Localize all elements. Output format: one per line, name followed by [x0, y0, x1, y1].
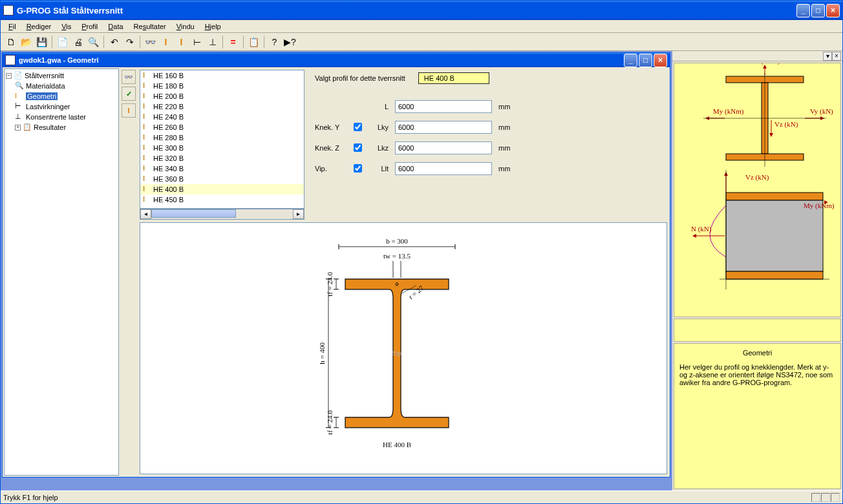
child-icon: [5, 55, 16, 65]
profile-button[interactable]: I: [122, 103, 136, 118]
tb-report[interactable]: 📋: [246, 35, 261, 49]
profile-item[interactable]: IHE 160 B: [140, 70, 304, 81]
length-input[interactable]: [395, 100, 492, 113]
profile-item[interactable]: IHE 360 B: [140, 174, 304, 184]
tb-redo[interactable]: ↷: [122, 35, 137, 49]
help-title: Geometri: [679, 349, 835, 357]
force-diagram-panel: Mz (kNm) My (kNm) Vy (kN) Vz (kN): [674, 63, 841, 317]
tree-item-materialdata[interactable]: 🔍 Materialdata: [15, 81, 117, 91]
menu-data[interactable]: Data: [103, 21, 128, 32]
minimize-button[interactable]: _: [796, 4, 810, 17]
label-n: N (kN): [691, 225, 712, 233]
tb-new[interactable]: 🗋: [3, 35, 18, 49]
view-button[interactable]: 👓: [122, 70, 136, 84]
scroll-right-icon[interactable]: ►: [293, 209, 304, 219]
child-titlebar: gwdok1.gwa - Geometri _ □ ×: [3, 53, 670, 67]
tree-item-lastvirkninger[interactable]: ⊢ Lastvirkninger: [15, 101, 117, 112]
selected-profile-value: HE 400 B: [418, 72, 489, 84]
h-scrollbar[interactable]: ◄ ►: [140, 209, 304, 220]
profile-item[interactable]: IHE 260 B: [140, 122, 304, 132]
tb-ibeam2[interactable]: I: [174, 35, 189, 49]
profile-item[interactable]: IHE 180 B: [140, 81, 304, 91]
child-maximize-button[interactable]: □: [639, 54, 652, 67]
profile-item[interactable]: IHE 320 B: [140, 153, 304, 163]
tb-ibeam1[interactable]: I: [158, 35, 173, 49]
dim-tf-top: tf = 24.0: [326, 271, 334, 296]
scroll-left-icon[interactable]: ◄: [140, 209, 151, 219]
row-unit: mm: [498, 103, 510, 110]
ibeam-icon: I: [143, 112, 151, 121]
tb-preview[interactable]: 📄: [55, 35, 70, 49]
length-checkbox[interactable]: [354, 143, 362, 152]
beam-name: HE 400 B: [383, 441, 411, 448]
profile-item[interactable]: IHE 240 B: [140, 112, 304, 122]
ibeam-icon: I: [143, 143, 151, 152]
row-symbol: Llt: [369, 165, 395, 173]
length-input[interactable]: [395, 162, 492, 175]
tree-item-resultater[interactable]: + 📋 Resultater: [15, 122, 117, 132]
ibeam-icon: I: [143, 174, 151, 184]
tb-undo[interactable]: ↶: [107, 35, 122, 49]
profile-item[interactable]: IHE 450 B: [140, 194, 304, 205]
form-panel: Valgt profil for dette tverrsnitt HE 400…: [310, 70, 667, 220]
tb-open[interactable]: 📂: [19, 35, 34, 49]
scroll-thumb[interactable]: [151, 209, 236, 218]
tb-load2[interactable]: ⊥: [205, 35, 220, 49]
tb-whatsthis[interactable]: ▶?: [283, 35, 297, 49]
expand-icon[interactable]: +: [15, 125, 21, 131]
tb-save[interactable]: 💾: [34, 35, 49, 49]
help-body: Her velger du profil og knekklengder. Me…: [679, 363, 835, 386]
child-minimize-button[interactable]: _: [624, 54, 637, 67]
tb-help[interactable]: ?: [267, 35, 282, 49]
dim-tw: tw = 13.5: [383, 252, 411, 260]
ibeam-icon: I: [143, 71, 151, 80]
close-button[interactable]: ×: [826, 4, 840, 17]
collapse-icon[interactable]: −: [6, 73, 12, 79]
panel-handle-icon[interactable]: ▾: [823, 52, 832, 61]
menubar: Fil Rediger Vis Profil Data Resultater V…: [1, 20, 842, 33]
tree-root[interactable]: − 📄 Ståltverrsnitt: [6, 70, 117, 81]
length-checkbox[interactable]: [354, 164, 362, 173]
statusbar: Trykk F1 for hjelp: [1, 490, 842, 503]
row-symbol: L: [369, 103, 395, 110]
profile-item[interactable]: IHE 300 B: [140, 143, 304, 153]
tree-item-konsentrerte[interactable]: ⊥ Konsentrerte laster: [15, 112, 117, 122]
length-input[interactable]: [395, 121, 492, 134]
check-button[interactable]: ✓: [122, 87, 136, 101]
length-checkbox[interactable]: [354, 123, 362, 131]
maximize-button[interactable]: □: [811, 4, 825, 17]
tb-glasses[interactable]: 👓: [143, 35, 158, 49]
results-icon: 📋: [23, 123, 32, 132]
tb-print[interactable]: 🖨: [70, 35, 85, 49]
menu-vindu[interactable]: Vindu: [171, 21, 200, 32]
menu-rediger[interactable]: Rediger: [21, 21, 57, 32]
length-input[interactable]: [395, 142, 492, 154]
row-unit: mm: [498, 165, 510, 173]
form-row: Vip.Lltmm: [315, 162, 662, 176]
profile-item[interactable]: IHE 200 B: [140, 91, 304, 101]
profile-item[interactable]: IHE 220 B: [140, 101, 304, 112]
tb-load1[interactable]: ⊢: [189, 35, 204, 49]
menu-resultater[interactable]: Resultater: [129, 21, 171, 32]
beam-diagram-panel: b = 300 tw = 13.5 r = 27: [140, 222, 667, 474]
panel-close-icon[interactable]: ×: [832, 52, 841, 61]
svg-text:Stp: Stp: [392, 349, 402, 357]
tb-find[interactable]: 🔍: [86, 35, 101, 49]
menu-profil[interactable]: Profil: [76, 21, 103, 32]
row-label: Knek. Z: [315, 144, 354, 152]
label-vz: Vz (kN): [745, 173, 769, 182]
geometry-icon: I: [15, 92, 24, 101]
profile-list[interactable]: IHE 160 BIHE 180 BIHE 200 BIHE 220 BIHE …: [140, 70, 304, 209]
menu-vis[interactable]: Vis: [56, 21, 76, 32]
profile-item[interactable]: IHE 280 B: [140, 132, 304, 143]
menu-fil[interactable]: Fil: [3, 21, 21, 32]
menu-hjelp[interactable]: Hjelp: [200, 21, 226, 32]
tree-item-geometri[interactable]: I Geometri: [15, 91, 117, 101]
svg-rect-32: [726, 271, 823, 279]
child-close-button[interactable]: ×: [654, 54, 667, 67]
profile-item[interactable]: IHE 400 B: [140, 184, 304, 194]
tree-panel[interactable]: − 📄 Ståltverrsnitt 🔍 Materialdata I Geom…: [4, 68, 119, 476]
profile-item[interactable]: IHE 340 B: [140, 163, 304, 174]
tb-equals[interactable]: =: [226, 35, 240, 49]
row-unit: mm: [498, 123, 510, 131]
